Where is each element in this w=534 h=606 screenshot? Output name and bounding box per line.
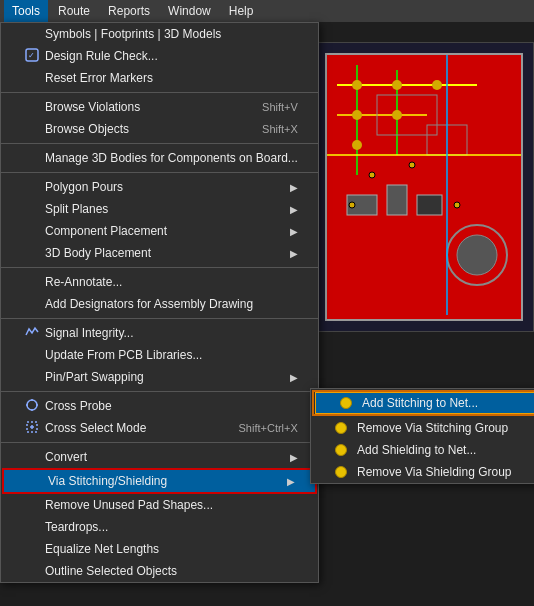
sep7 <box>1 442 318 443</box>
3d-placement-arrow: ▶ <box>290 248 298 259</box>
remove-shielding-via-icon <box>335 466 347 478</box>
menu-item-3d-bodies[interactable]: Manage 3D Bodies for Components on Board… <box>1 147 318 169</box>
svg-point-7 <box>352 110 362 120</box>
designators-icon <box>25 296 41 312</box>
cross-probe-icon <box>25 398 41 414</box>
teardrops-icon <box>25 519 41 535</box>
svg-point-4 <box>352 80 362 90</box>
polygon-icon <box>25 179 41 195</box>
outline-icon <box>25 563 41 579</box>
reannotate-icon <box>25 274 41 290</box>
menu-item-equalize[interactable]: Equalize Net Lengths <box>1 538 318 560</box>
menu-item-remove-via-stitching[interactable]: Remove Via Stitching Group <box>311 417 534 439</box>
menu-item-signal-integrity[interactable]: Signal Integrity... <box>1 322 318 344</box>
menu-item-teardrops[interactable]: Teardrops... <box>1 516 318 538</box>
3d-placement-icon <box>25 245 41 261</box>
svg-point-8 <box>392 110 402 120</box>
svg-point-19 <box>349 202 355 208</box>
menu-item-3d-placement[interactable]: 3D Body Placement ▶ <box>1 242 318 264</box>
menu-item-reannotate[interactable]: Re-Annotate... <box>1 271 318 293</box>
polygon-arrow: ▶ <box>290 182 298 193</box>
svg-point-6 <box>432 80 442 90</box>
menu-item-split-planes[interactable]: Split Planes ▶ <box>1 198 318 220</box>
menu-item-drc[interactable]: ✓ Design Rule Check... <box>1 45 318 67</box>
update-icon <box>25 347 41 363</box>
menubar-reports[interactable]: Reports <box>100 0 158 22</box>
objects-icon <box>25 121 41 137</box>
menubar: Tools Route Reports Window Help <box>0 0 534 22</box>
3d-icon <box>25 150 41 166</box>
menu-item-polygon[interactable]: Polygon Pours ▶ <box>1 176 318 198</box>
sep4 <box>1 267 318 268</box>
convert-arrow: ▶ <box>290 452 298 463</box>
sep6 <box>1 391 318 392</box>
menu-item-add-shielding[interactable]: Add Shielding to Net... <box>311 439 534 461</box>
svg-rect-18 <box>417 195 442 215</box>
menu-item-cross-probe[interactable]: Cross Probe <box>1 395 318 417</box>
svg-text:✓: ✓ <box>28 51 35 60</box>
svg-point-22 <box>454 202 460 208</box>
svg-point-21 <box>409 162 415 168</box>
convert-icon <box>25 449 41 465</box>
svg-point-5 <box>392 80 402 90</box>
menu-item-browse-violations[interactable]: Browse Violations Shift+V <box>1 96 318 118</box>
reset-icon <box>25 70 41 86</box>
comp-placement-arrow: ▶ <box>290 226 298 237</box>
menu-item-pin-swap[interactable]: Pin/Part Swapping ▶ <box>1 366 318 388</box>
symbols-icon <box>25 26 41 42</box>
menu-item-component-placement[interactable]: Component Placement ▶ <box>1 220 318 242</box>
via-stitching-icon <box>28 473 44 489</box>
menu-item-browse-objects[interactable]: Browse Objects Shift+X <box>1 118 318 140</box>
menu-item-add-stitching[interactable]: Add Stitching to Net... <box>315 392 534 414</box>
remove-via-stitching-icon <box>335 422 347 434</box>
equalize-icon <box>25 541 41 557</box>
signal-icon <box>25 325 41 341</box>
add-stitching-border: Add Stitching to Net... <box>312 390 534 416</box>
menu-item-cross-select[interactable]: Cross Select Mode Shift+Ctrl+X <box>1 417 318 439</box>
via-stitching-arrow: ▶ <box>287 476 295 487</box>
menu-item-remove-pads[interactable]: Remove Unused Pad Shapes... <box>1 494 318 516</box>
menu-item-convert[interactable]: Convert ▶ <box>1 446 318 468</box>
split-icon <box>25 201 41 217</box>
pcb-board <box>325 53 523 321</box>
sep1 <box>1 92 318 93</box>
menu-item-outline[interactable]: Outline Selected Objects <box>1 560 318 582</box>
menu-item-update-libraries[interactable]: Update From PCB Libraries... <box>1 344 318 366</box>
split-arrow: ▶ <box>290 204 298 215</box>
cross-select-icon <box>25 420 41 436</box>
menu-item-designators[interactable]: Add Designators for Assembly Drawing <box>1 293 318 315</box>
menu-item-via-stitching[interactable]: Via Stitching/Shielding ▶ <box>4 470 315 492</box>
svg-point-9 <box>352 140 362 150</box>
comp-placement-icon <box>25 223 41 239</box>
menu-item-reset-errors[interactable]: Reset Error Markers <box>1 67 318 89</box>
add-stitching-via-icon <box>340 397 352 409</box>
pin-swap-arrow: ▶ <box>290 372 298 383</box>
menu-item-symbols[interactable]: Symbols | Footprints | 3D Models <box>1 23 318 45</box>
menubar-help[interactable]: Help <box>221 0 262 22</box>
menubar-route[interactable]: Route <box>50 0 98 22</box>
via-submenu: Add Stitching to Net... Remove Via Stitc… <box>310 388 534 484</box>
sep5 <box>1 318 318 319</box>
svg-point-25 <box>27 400 37 410</box>
svg-rect-17 <box>387 185 407 215</box>
remove-pads-icon <box>25 497 41 513</box>
menubar-window[interactable]: Window <box>160 0 219 22</box>
violations-icon <box>25 99 41 115</box>
menubar-tools[interactable]: Tools <box>4 0 48 22</box>
add-shielding-via-icon <box>335 444 347 456</box>
pcb-area <box>314 42 534 332</box>
menu-item-remove-shielding[interactable]: Remove Via Shielding Group <box>311 461 534 483</box>
sep3 <box>1 172 318 173</box>
tools-dropdown: Symbols | Footprints | 3D Models ✓ Desig… <box>0 22 319 583</box>
via-stitching-row-border: Via Stitching/Shielding ▶ <box>2 468 317 494</box>
pin-swap-icon <box>25 369 41 385</box>
drc-icon: ✓ <box>25 48 41 64</box>
svg-point-20 <box>369 172 375 178</box>
svg-point-13 <box>457 235 497 275</box>
sep2 <box>1 143 318 144</box>
